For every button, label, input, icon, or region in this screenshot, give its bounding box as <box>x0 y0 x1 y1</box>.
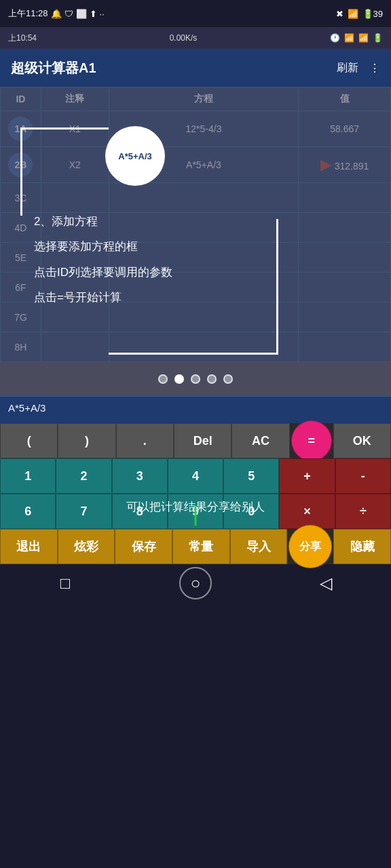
status-icon-4: ⬆ <box>90 9 97 19</box>
key-9[interactable]: 9 <box>168 494 223 529</box>
tutorial-line-2: 选择要添加方程的框 <box>34 234 172 259</box>
key-8[interactable]: 8 <box>112 494 168 529</box>
notif-bar: 上10:54 0.00K/s 🕐 📶 📶 🔋 <box>0 27 391 49</box>
key-1[interactable]: 1 <box>0 458 56 494</box>
status-icon-2: 🛡 <box>64 9 73 19</box>
wifi-icon: 📶 <box>348 9 358 19</box>
battery-icon2: 🔋 <box>373 33 383 43</box>
key-import[interactable]: 导入 <box>230 529 288 564</box>
key-plus[interactable]: + <box>279 458 335 494</box>
key-colorful[interactable]: 炫彩 <box>58 529 115 564</box>
key-ok[interactable]: OK <box>333 423 391 458</box>
dot-3[interactable] <box>191 374 200 384</box>
notif-icons: 🕐 📶 📶 🔋 <box>330 33 383 43</box>
status-dots: ·· <box>100 9 105 19</box>
key-close-paren[interactable]: ) <box>58 423 115 458</box>
status-left: 上午11:28 🔔 🛡 ⬜ ⬆ ·· <box>8 7 105 20</box>
key-ac[interactable]: AC <box>231 423 289 458</box>
cursor-indicator <box>194 505 196 526</box>
kb-row-1: ( ) . Del AC = OK <box>0 423 391 458</box>
key-minus[interactable]: - <box>335 458 391 494</box>
app-title: 超级计算器A1 <box>11 59 96 77</box>
kb-row-3: 6 7 8 9 0 × ÷ 可以把计算结果分享给别人 <box>0 494 391 529</box>
wifi-icon2: 📶 <box>344 33 354 43</box>
header-actions: 刷新 ⋮ <box>337 61 380 75</box>
key-share[interactable]: 分享 <box>288 525 332 568</box>
dot-4[interactable] <box>207 374 217 384</box>
status-right: ✖ 📶 🔋39 <box>336 9 383 19</box>
key-equals[interactable]: = <box>291 420 332 461</box>
key-dot[interactable]: . <box>116 423 174 458</box>
tutorial-overlay: A*5+A/3 2、添加方程 选择要添加方程的框 点击ID列选择要调用的参数 点… <box>0 87 391 362</box>
status-time: 上午11:28 <box>8 7 48 20</box>
app-header: 超级计算器A1 刷新 ⋮ <box>0 49 391 87</box>
refresh-button[interactable]: 刷新 <box>337 61 358 75</box>
formula-value: A*5+A/3 <box>8 402 45 414</box>
table-section: ID 注释 方程 值 1A X1 12*5-4/3 58.667 2B X2 A… <box>0 87 391 362</box>
key-constant[interactable]: 常量 <box>172 529 230 564</box>
pagination-dots[interactable] <box>0 362 391 396</box>
kb-row-4: 退出 炫彩 保存 常量 导入 分享 隐藏 <box>0 529 391 564</box>
key-hide[interactable]: 隐藏 <box>333 529 391 564</box>
nav-home[interactable]: ○ <box>179 567 212 599</box>
tutorial-line-4: 点击=号开始计算 <box>34 285 172 310</box>
key-5[interactable]: 5 <box>223 458 279 494</box>
signal-icon: 📶 <box>358 33 369 43</box>
tutorial-line-3: 点击ID列选择要调用的参数 <box>34 260 172 285</box>
key-0[interactable]: 0 <box>223 494 279 529</box>
status-icon-3: ⬜ <box>76 9 87 19</box>
equation-circle: A*5+A/3 <box>105 126 165 186</box>
key-2[interactable]: 2 <box>56 458 111 494</box>
bracket-top-left <box>20 127 109 216</box>
tutorial-text: 2、添加方程 选择要添加方程的框 点击ID列选择要调用的参数 点击=号开始计算 <box>34 209 172 311</box>
key-3[interactable]: 3 <box>112 458 168 494</box>
dot-5[interactable] <box>223 374 233 384</box>
notif-speed: 0.00K/s <box>170 33 198 43</box>
key-del[interactable]: Del <box>174 423 231 458</box>
battery-icon: 🔋39 <box>362 9 383 19</box>
status-icon-1: 🔔 <box>51 9 62 19</box>
sim-icon: ✖ <box>336 9 343 19</box>
bottom-nav: □ ○ ◁ <box>0 564 391 602</box>
key-exit[interactable]: 退出 <box>0 529 58 564</box>
nav-square[interactable]: □ <box>49 567 81 599</box>
notif-time: 上10:54 <box>8 33 37 44</box>
status-bar: 上午11:28 🔔 🛡 ⬜ ⬆ ·· ✖ 📶 🔋39 <box>0 0 391 27</box>
more-button[interactable]: ⋮ <box>369 62 380 75</box>
key-save[interactable]: 保存 <box>115 529 172 564</box>
key-multiply[interactable]: × <box>279 494 335 529</box>
kb-row-2: 1 2 3 4 5 + - <box>0 458 391 494</box>
formula-bar: A*5+A/3 <box>0 396 391 423</box>
key-6[interactable]: 6 <box>0 494 56 529</box>
circle-text: A*5+A/3 <box>118 151 152 161</box>
dot-1[interactable] <box>158 374 168 384</box>
keyboard: ( ) . Del AC = OK 1 2 3 4 <box>0 423 391 564</box>
key-4[interactable]: 4 <box>168 458 223 494</box>
nav-back[interactable]: ◁ <box>310 567 342 599</box>
clock-icon: 🕐 <box>330 33 340 43</box>
key-divide[interactable]: ÷ <box>335 494 391 529</box>
key-7[interactable]: 7 <box>56 494 111 529</box>
dot-2[interactable] <box>174 374 184 384</box>
key-open-paren[interactable]: ( <box>0 423 58 458</box>
tutorial-line-1: 2、添加方程 <box>34 209 172 234</box>
